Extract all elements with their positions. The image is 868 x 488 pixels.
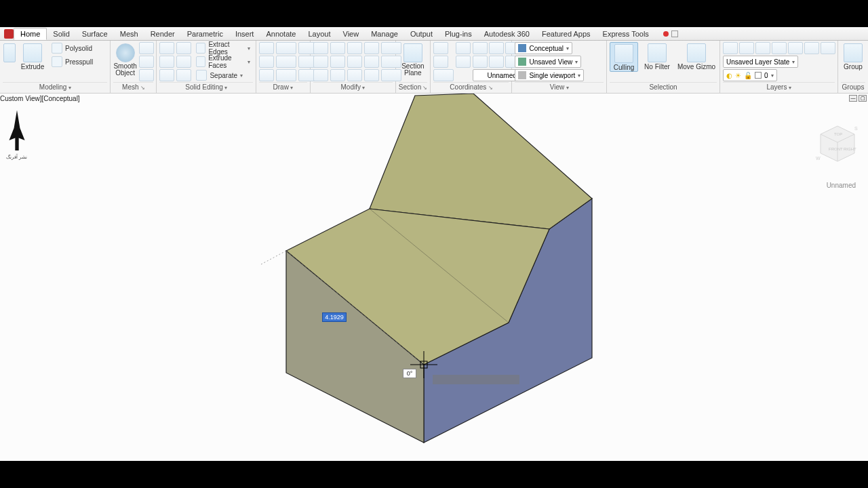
layer-b3[interactable] (755, 42, 770, 54)
draw-b2[interactable] (276, 56, 296, 68)
ucs-b2[interactable] (456, 56, 471, 68)
panel-title-view[interactable]: View (550, 83, 569, 91)
tab-solid[interactable]: Solid (47, 28, 75, 39)
layer-b7[interactable] (821, 42, 835, 54)
panel-title-modeling[interactable]: Modeling (39, 83, 71, 91)
panel-title-coordinates[interactable]: Coordinates (450, 83, 492, 91)
tab-output[interactable]: Output (404, 28, 439, 39)
mod-d3[interactable] (364, 69, 379, 81)
mod-c3[interactable] (347, 69, 362, 81)
tab-layout[interactable]: Layout (302, 28, 336, 39)
tab-home[interactable]: Home (14, 28, 47, 40)
polysolid-button[interactable]: Polysolid (49, 42, 96, 54)
draw-a2[interactable] (259, 56, 274, 68)
extrude-faces-button[interactable]: Extrude Faces▾ (193, 56, 252, 68)
draw-a1[interactable] (259, 42, 274, 54)
gizmo-icon (687, 43, 706, 62)
tab-express-tools[interactable]: Express Tools (597, 28, 655, 39)
smooth-object-button[interactable]: Smooth Object (113, 42, 136, 77)
move-gizmo-button[interactable]: Move Gizmo (676, 42, 717, 70)
ucs-c2[interactable] (489, 42, 504, 54)
panel-title-layers[interactable]: Layers (766, 83, 791, 91)
viewport-maximize-button[interactable]: ▢ (859, 95, 867, 102)
mod-c1[interactable] (347, 42, 362, 54)
se-b3[interactable] (176, 69, 191, 81)
layer-b6[interactable] (804, 42, 819, 54)
mesh-btn-2[interactable] (139, 56, 154, 68)
tab-surface[interactable]: Surface (76, 28, 114, 39)
layer-b1[interactable] (723, 42, 738, 54)
se-b1[interactable] (176, 42, 191, 54)
record-indicator[interactable] (663, 30, 678, 37)
3d-model[interactable]: 4.1929 0° (258, 94, 610, 460)
tab-autodesk360[interactable]: Autodesk 360 (478, 28, 536, 39)
mod-b1[interactable] (330, 42, 345, 54)
separate-button[interactable]: Separate▾ (193, 69, 252, 81)
saved-view-combo[interactable]: Unsaved View▾ (515, 56, 581, 68)
mod-c2[interactable] (347, 56, 362, 68)
layer-b4[interactable] (772, 42, 787, 54)
group-button[interactable]: Group (841, 42, 865, 70)
panel-title-mesh[interactable]: Mesh (122, 83, 145, 91)
se-a3[interactable] (159, 69, 174, 81)
mesh-btn-3[interactable] (139, 69, 154, 81)
no-filter-button[interactable]: No Filter (640, 42, 674, 70)
ucs-b1[interactable] (456, 42, 471, 54)
extrude-button[interactable]: Extrude (18, 42, 47, 70)
box-button[interactable] (3, 42, 16, 62)
ucs-a3[interactable] (433, 69, 454, 81)
dynamic-distance-input[interactable]: 4.1929 (322, 312, 347, 322)
mod-a1[interactable] (313, 42, 328, 54)
layer-b5[interactable] (788, 42, 803, 54)
mod-b2[interactable] (330, 56, 345, 68)
viewport-config-combo[interactable]: Single viewport▾ (515, 69, 584, 81)
tab-parametric[interactable]: Parametric (181, 28, 229, 39)
view-cube[interactable]: FRONT RIGHT TOP W S (814, 121, 861, 168)
dynamic-angle-input[interactable]: 0° (403, 369, 416, 378)
draw-a3[interactable] (259, 69, 274, 81)
mod-d2[interactable] (364, 56, 379, 68)
panel-title-solid-editing[interactable]: Solid Editing (185, 83, 227, 91)
mod-d1[interactable] (364, 42, 379, 54)
dynamic-tooltip (433, 375, 519, 384)
extrude-icon (23, 43, 42, 62)
mesh-btn-1[interactable] (139, 42, 154, 54)
panel-title-section[interactable]: Section (399, 83, 428, 91)
viewport-label[interactable]: Custom View][Conceptual] (0, 95, 80, 102)
se-b2[interactable] (176, 56, 191, 68)
extract-edges-button[interactable]: Extract Edges▾ (193, 42, 252, 54)
mod-a2[interactable] (313, 56, 328, 68)
panel-view: Conceptual▾ Unsaved View▾ Single viewpor… (512, 41, 607, 93)
current-layer-combo[interactable]: ◐ ☀ 🔓 0▾ (723, 69, 777, 81)
ucs-a2[interactable] (433, 56, 448, 68)
ucs-d1[interactable] (473, 56, 488, 68)
viewport[interactable]: Custom View][Conceptual] — ▢ نشر آفرنگ F… (0, 94, 868, 461)
draw-b3[interactable] (276, 69, 296, 81)
se-a1[interactable] (159, 42, 174, 54)
layer-state-combo[interactable]: Unsaved Layer State▾ (723, 56, 798, 68)
tab-view[interactable]: View (337, 28, 366, 39)
mod-b3[interactable] (330, 69, 345, 81)
draw-b1[interactable] (276, 42, 296, 54)
tab-render[interactable]: Render (144, 28, 181, 39)
section-plane-button[interactable]: Section Plane (399, 42, 427, 77)
tab-featured-apps[interactable]: Featured Apps (536, 28, 597, 39)
culling-button[interactable]: Culling (610, 42, 638, 72)
tab-annotate[interactable]: Annotate (260, 28, 302, 39)
ucs-d2[interactable] (489, 56, 504, 68)
layer-b2[interactable] (739, 42, 754, 54)
tab-manage[interactable]: Manage (365, 28, 404, 39)
viewcube-ucs-label[interactable]: Unnamed (827, 182, 856, 189)
tab-insert[interactable]: Insert (229, 28, 260, 39)
panel-title-draw[interactable]: Draw (273, 83, 294, 91)
panel-title-modify[interactable]: Modify (341, 83, 366, 91)
visual-style-combo[interactable]: Conceptual▾ (515, 42, 572, 54)
ucs-c1[interactable] (473, 42, 488, 54)
tab-plugins[interactable]: Plug-ins (439, 28, 478, 39)
tab-mesh[interactable]: Mesh (114, 28, 144, 39)
mod-a3[interactable] (313, 69, 328, 81)
presspull-button[interactable]: Presspull (49, 56, 96, 68)
viewport-minimize-button[interactable]: — (849, 95, 857, 102)
se-a2[interactable] (159, 56, 174, 68)
ucs-a1[interactable] (433, 42, 448, 54)
